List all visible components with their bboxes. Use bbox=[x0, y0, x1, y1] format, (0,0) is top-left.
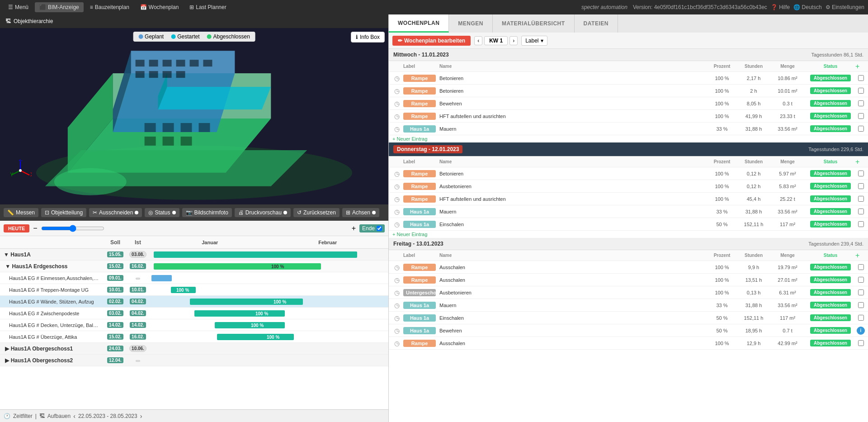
gantt-row-waende[interactable]: Haus1A EG # Wände, Stützen, Aufzug 02.02… bbox=[0, 296, 388, 308]
gantt-row-ueberzuege[interactable]: Haus1A EG # Überzüge, Attika 15.02. 16.0… bbox=[0, 331, 388, 343]
entry-check-f1[interactable] bbox=[855, 277, 866, 283]
entry-check-f5[interactable]: i bbox=[855, 327, 866, 335]
ch-add-f[interactable]: + bbox=[855, 251, 866, 260]
entry-expand-3[interactable]: ◷ bbox=[391, 113, 403, 120]
entry-checkbox-t1[interactable] bbox=[858, 183, 864, 189]
entry-check-f0[interactable] bbox=[855, 264, 866, 270]
entry-checkbox-0[interactable] bbox=[858, 75, 864, 81]
entry-check-t4[interactable] bbox=[855, 221, 866, 227]
gantt-row-zwischen[interactable]: Haus1A EG # Zwischenpodeste 03.02. 04.02… bbox=[0, 308, 388, 319]
time-prev-button[interactable]: ‹ bbox=[73, 413, 75, 420]
entry-expand-t2[interactable]: ◷ bbox=[391, 195, 403, 203]
nav-last-planner[interactable]: ⊞ Last Planner bbox=[185, 2, 231, 12]
label-selector[interactable]: Label ▾ bbox=[521, 36, 547, 46]
add-entry-wednesday[interactable]: + Neuer Eintrag bbox=[389, 135, 868, 142]
entry-expand-t1[interactable]: ◷ bbox=[391, 183, 403, 190]
kw-next-button[interactable]: › bbox=[509, 36, 518, 45]
entry-checkbox-t2[interactable] bbox=[858, 196, 864, 202]
entry-expand-1[interactable]: ◷ bbox=[391, 87, 403, 95]
settings-button[interactable]: ⚙ Einstellungen bbox=[826, 4, 864, 10]
entry-checkbox-f3[interactable] bbox=[858, 302, 864, 308]
entry-expand-f2[interactable]: ◷ bbox=[391, 289, 403, 296]
lang-button[interactable]: 🌐 Deutsch bbox=[793, 4, 821, 10]
objektteilung-button[interactable]: ⊡ Objektteilung bbox=[41, 208, 86, 217]
tab-dateien[interactable]: Dateien bbox=[575, 14, 618, 33]
entry-check-1[interactable] bbox=[855, 88, 866, 94]
entry-expand-f1[interactable]: ◷ bbox=[391, 276, 403, 284]
gantt-row-einmessen[interactable]: Haus1A EG # Einmessen,Ausschalen,Gerüst … bbox=[0, 272, 388, 284]
ch-add-t[interactable]: + bbox=[855, 158, 866, 166]
entry-expand-f3[interactable]: ◷ bbox=[391, 302, 403, 309]
nav-bim-anzeige[interactable]: ⬛ BIM-Anzeige bbox=[35, 2, 84, 12]
nav-bauzeitenplan[interactable]: ≡ Bauzeitenplan bbox=[85, 2, 134, 12]
gantt-row-og2[interactable]: ▶ Haus1A Obergeschoss2 12.04. bbox=[0, 355, 388, 366]
entry-check-2[interactable] bbox=[855, 100, 866, 106]
gantt-row-treppen[interactable]: Haus1A EG # Treppen-Montage UG 10.01. 10… bbox=[0, 284, 388, 296]
wochenplan-content[interactable]: Mittwoch - 11.01.2023 Tagesstunden 86,1 … bbox=[389, 49, 868, 422]
entry-check-f4[interactable] bbox=[855, 315, 866, 321]
zoom-slider[interactable] bbox=[41, 225, 104, 232]
entry-checkbox-t0[interactable] bbox=[858, 171, 864, 176]
tab-materialuebersicht[interactable]: Materialübersicht bbox=[493, 14, 575, 33]
entry-checkbox-3[interactable] bbox=[858, 113, 864, 119]
messen-button[interactable]: 📏 Messen bbox=[4, 208, 38, 217]
help-button[interactable]: ❓ Hilfe bbox=[771, 4, 790, 10]
entry-check-f6[interactable] bbox=[855, 340, 866, 346]
entry-expand-f0[interactable]: ◷ bbox=[391, 264, 403, 271]
entry-check-0[interactable] bbox=[855, 75, 866, 81]
nav-wochenplan[interactable]: 📅 Wochenplan bbox=[136, 2, 184, 12]
entry-checkbox-f1[interactable] bbox=[858, 277, 864, 283]
entry-expand-f4[interactable]: ◷ bbox=[391, 314, 403, 322]
entry-check-f2[interactable] bbox=[855, 289, 866, 295]
wp-edit-button[interactable]: ✏ Wochenplan bearbeiten bbox=[392, 36, 471, 46]
entry-check-4[interactable] bbox=[855, 126, 866, 132]
time-next-button[interactable]: › bbox=[140, 413, 142, 420]
entry-checkbox-f0[interactable] bbox=[858, 264, 864, 270]
entry-check-t0[interactable] bbox=[855, 171, 866, 176]
zoom-plus[interactable]: + bbox=[352, 224, 356, 232]
add-entry-thursday[interactable]: + Neuer Eintrag bbox=[389, 231, 868, 238]
entry-check-3[interactable] bbox=[855, 113, 866, 119]
entry-checkbox-f2[interactable] bbox=[858, 289, 864, 295]
menu-button[interactable]: ☰ Menü bbox=[4, 2, 33, 12]
entry-check-t2[interactable] bbox=[855, 196, 866, 202]
entry-expand-f6[interactable]: ◷ bbox=[391, 340, 403, 347]
entry-check-f3[interactable] bbox=[855, 302, 866, 308]
ch-add[interactable]: + bbox=[855, 62, 866, 71]
gantt-scroll[interactable]: ▼ Haus1A 15.05. 03.08. ▼ Haus1A Erdgesch… bbox=[0, 249, 388, 409]
entry-checkbox-f6[interactable] bbox=[858, 340, 864, 346]
today-button[interactable]: HEUTE bbox=[4, 224, 29, 232]
entry-expand-4[interactable]: ◷ bbox=[391, 125, 403, 133]
entry-expand-2[interactable]: ◷ bbox=[391, 100, 403, 107]
druckvorschau-button[interactable]: 🖨 Druckvorschau bbox=[235, 208, 291, 217]
entry-expand-0[interactable]: ◷ bbox=[391, 75, 403, 82]
info-box-button[interactable]: ℹ Info Box bbox=[351, 32, 385, 43]
gantt-row-og1[interactable]: ▶ Haus1A Obergeschoss1 24.03. 10.06. bbox=[0, 343, 388, 355]
ausschneiden-button[interactable]: ✂ Ausschneiden bbox=[89, 208, 142, 217]
zoom-minus[interactable]: − bbox=[33, 224, 37, 232]
entry-checkbox-2[interactable] bbox=[858, 100, 864, 106]
status-button[interactable]: ◎ Status bbox=[145, 208, 179, 217]
entry-expand-f5[interactable]: ◷ bbox=[391, 327, 403, 334]
entry-expand-t0[interactable]: ◷ bbox=[391, 170, 403, 177]
entry-checkbox-f4[interactable] bbox=[858, 315, 864, 321]
entry-checkbox-t4[interactable] bbox=[858, 221, 864, 227]
tab-wochenplan[interactable]: Wochenplan bbox=[389, 14, 449, 33]
gantt-row-decken[interactable]: Haus1A EG # Decken, Unterzüge, Balkone 1… bbox=[0, 319, 388, 331]
entry-checkbox-t3[interactable] bbox=[858, 209, 864, 214]
end-checkbox[interactable] bbox=[377, 226, 382, 231]
gantt-row-eg[interactable]: ▼ Haus1A Erdgeschoss 15.02. 16.02. 100 % bbox=[0, 261, 388, 272]
entry-expand-t4[interactable]: ◷ bbox=[391, 221, 403, 228]
entry-checkbox-1[interactable] bbox=[858, 88, 864, 94]
bildschirmfoto-button[interactable]: 📷 Bildschirmfoto bbox=[182, 208, 232, 217]
gantt-row-haus1a[interactable]: ▼ Haus1A 15.05. 03.08. bbox=[0, 249, 388, 261]
entry-check-t3[interactable] bbox=[855, 209, 866, 214]
entry-label-t2: Rampe bbox=[403, 195, 436, 203]
zuruecksetzen-button[interactable]: ↺ Zurücksetzen bbox=[293, 208, 340, 217]
entry-expand-t3[interactable]: ◷ bbox=[391, 208, 403, 215]
entry-check-t1[interactable] bbox=[855, 183, 866, 189]
kw-prev-button[interactable]: ‹ bbox=[474, 36, 482, 45]
entry-checkbox-4[interactable] bbox=[858, 126, 864, 132]
achsen-button[interactable]: ⊞ Achsen bbox=[342, 208, 379, 217]
tab-mengen[interactable]: Mengen bbox=[449, 14, 493, 33]
